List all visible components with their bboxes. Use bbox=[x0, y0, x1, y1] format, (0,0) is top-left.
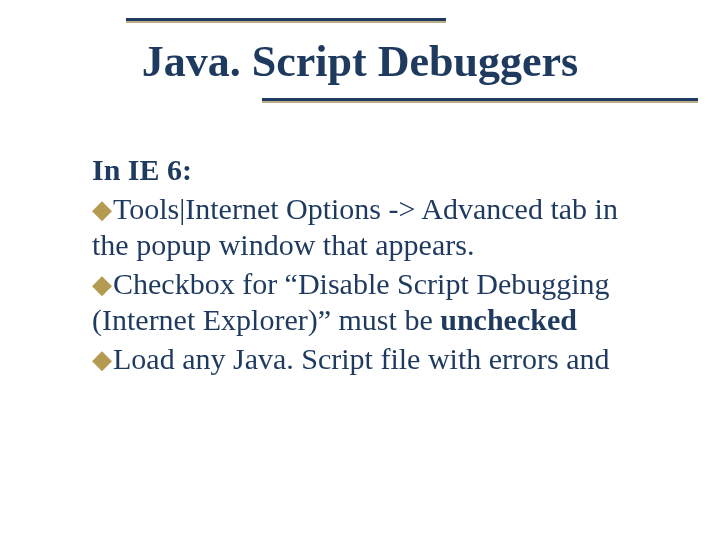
item-text: Load any Java. Script file with errors a… bbox=[113, 342, 610, 375]
item-text-strong: unchecked bbox=[440, 303, 577, 336]
list-item: ◆Load any Java. Script file with errors … bbox=[92, 341, 662, 378]
diamond-bullet-icon: ◆ bbox=[92, 269, 112, 301]
divider-top bbox=[126, 18, 446, 21]
slide-body: In IE 6: ◆Tools|Internet Options -> Adva… bbox=[92, 152, 662, 378]
divider-bottom bbox=[262, 98, 698, 101]
diamond-bullet-icon: ◆ bbox=[92, 194, 112, 226]
list-item: ◆Checkbox for “Disable Script Debugging … bbox=[92, 266, 662, 339]
body-heading: In IE 6: bbox=[92, 152, 662, 189]
list-item: ◆Tools|Internet Options -> Advanced tab … bbox=[92, 191, 662, 264]
item-text: Tools|Internet Options -> Advanced tab i… bbox=[92, 192, 618, 262]
slide: Java. Script Debuggers In IE 6: ◆Tools|I… bbox=[0, 0, 720, 540]
diamond-bullet-icon: ◆ bbox=[92, 344, 112, 376]
slide-title: Java. Script Debuggers bbox=[0, 36, 720, 87]
